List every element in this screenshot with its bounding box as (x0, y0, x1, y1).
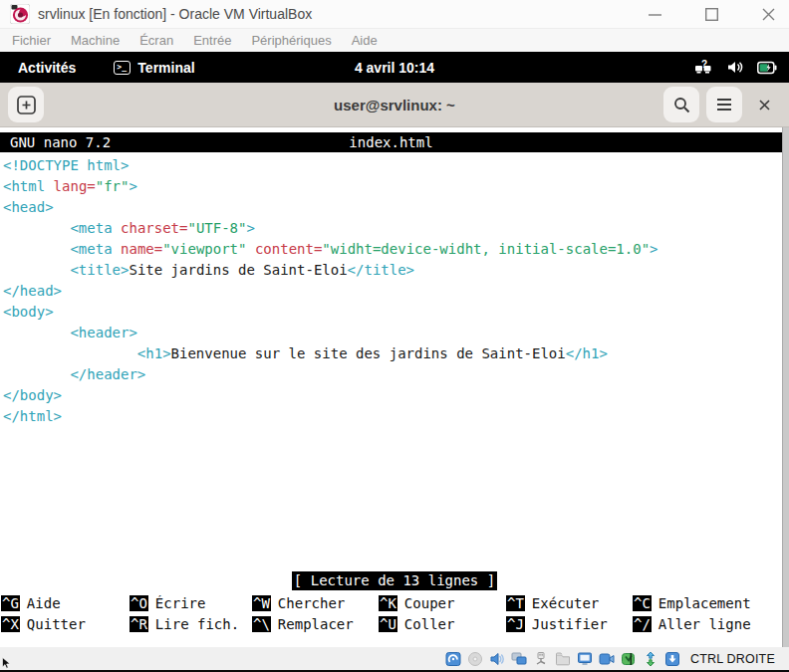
statusbar-hdd-icon[interactable] (445, 650, 462, 667)
code-line: <meta name="viewport" content="widht=dev… (0, 239, 789, 260)
minimize-button[interactable] (649, 8, 661, 21)
statusbar-features-icon[interactable] (621, 650, 638, 667)
svg-text:?: ? (701, 60, 707, 70)
statusbar-optical-disc-icon[interactable] (467, 650, 484, 667)
statusbar-mouse-integration-icon[interactable] (643, 650, 659, 667)
nano-status-message: [ Lecture de 13 lignes ] (292, 571, 497, 590)
virtualbox-logo-icon (10, 4, 30, 24)
maximize-button[interactable] (705, 8, 718, 21)
statusbar-keyboard-icon[interactable] (664, 650, 681, 667)
code-line: </header> (0, 364, 789, 385)
volume-icon (727, 60, 744, 75)
menu-item-ecran[interactable]: Écran (130, 33, 183, 48)
close-button[interactable] (762, 8, 775, 21)
menu-item-fichier[interactable]: Fichier (2, 33, 61, 48)
code-line: <meta charset="UTF-8"> (0, 218, 789, 239)
nano-shortcut: ^OÉcrire (130, 593, 252, 614)
code-line: </head> (0, 281, 789, 302)
menu-item-peripheriques[interactable]: Périphériques (241, 33, 341, 48)
system-status-area[interactable]: ? (695, 60, 777, 75)
close-icon (759, 100, 770, 111)
nano-shortcut: ^KCouper (379, 593, 506, 614)
window-titlebar: srvlinux [En fonction] - Oracle VM Virtu… (0, 0, 789, 28)
menu-button[interactable] (706, 87, 742, 122)
code-line: </body> (0, 385, 789, 406)
code-line: <!DOCTYPE html> (0, 155, 789, 176)
nano-shortcut: ^RLire fich. (130, 614, 252, 635)
search-button[interactable] (663, 87, 699, 122)
search-icon (673, 97, 690, 113)
network-question-icon: ? (695, 60, 714, 75)
code-line: </html> (0, 406, 789, 427)
code-line: <body> (0, 302, 789, 323)
nano-filename: index.html (0, 132, 782, 152)
menu-item-aide[interactable]: Aide (342, 33, 388, 48)
nano-shortcut-bar: ^GAide^OÉcrire^WChercher^KCouper^TExécut… (0, 593, 789, 647)
mouse-cursor (2, 657, 11, 669)
nano-shortcut: ^GAide (1, 593, 130, 614)
statusbar-audio-icon[interactable] (489, 650, 506, 667)
nano-shortcut: ^WChercher (252, 593, 379, 614)
code-line: <h1>Bienvenue sur le site des jardins de… (0, 343, 789, 364)
statusbar-shared-folders-icon[interactable] (555, 650, 572, 667)
code-line: <header> (0, 323, 789, 343)
host-key-label: CTRL DROITE (690, 652, 775, 666)
statusbar-display-icon[interactable] (577, 650, 594, 667)
gnome-top-bar: Activités >_ Terminal 4 avril 10:14 ? (0, 52, 789, 83)
nano-shortcut: ^JJustifier (506, 614, 633, 635)
virtualbox-window: srvlinux [En fonction] - Oracle VM Virtu… (0, 0, 789, 672)
clock[interactable]: 4 avril 10:14 (0, 60, 789, 76)
editor-empty-space (0, 427, 789, 571)
menu-item-machine[interactable]: Machine (61, 33, 130, 48)
nano-titlebar: GNU nano 7.2 index.html (0, 132, 782, 152)
nano-shortcut: ^TExécuter (506, 593, 633, 614)
terminal-scrollbar[interactable] (782, 127, 789, 647)
statusbar-usb-icon[interactable] (533, 650, 550, 667)
window-title: srvlinux [En fonction] - Oracle VM Virtu… (38, 6, 312, 22)
code-line: <html lang="fr"> (0, 176, 789, 197)
vbox-menubar: FichierMachineÉcranEntréePériphériquesAi… (0, 28, 789, 52)
battery-charging-icon (757, 61, 777, 75)
code-line: <head> (0, 197, 789, 218)
nano-shortcut: ^XQuitter (1, 614, 130, 635)
editor-text-area[interactable]: <!DOCTYPE html><html lang="fr"><head> <m… (0, 155, 789, 427)
nano-shortcut: ^UColler (379, 614, 506, 635)
statusbar-network-icon[interactable] (511, 650, 528, 667)
terminal-viewport[interactable]: GNU nano 7.2 index.html <!DOCTYPE html><… (0, 127, 789, 647)
code-line: <title>Site jardins de Saint-Eloi</title… (0, 260, 789, 281)
menu-item-entree[interactable]: Entrée (183, 33, 241, 48)
terminal-headerbar: user@srvlinux: ~ (0, 83, 789, 127)
vbox-statusbar: CTRL DROITE (0, 647, 789, 670)
nano-shortcut: ^/Aller ligne (633, 614, 789, 635)
terminal-close-button[interactable] (749, 90, 779, 119)
statusbar-recording-icon[interactable] (599, 650, 616, 667)
hamburger-menu-icon (716, 98, 732, 112)
nano-shortcut: ^\Remplacer (252, 614, 379, 635)
nano-shortcut: ^CEmplacement (633, 593, 789, 614)
